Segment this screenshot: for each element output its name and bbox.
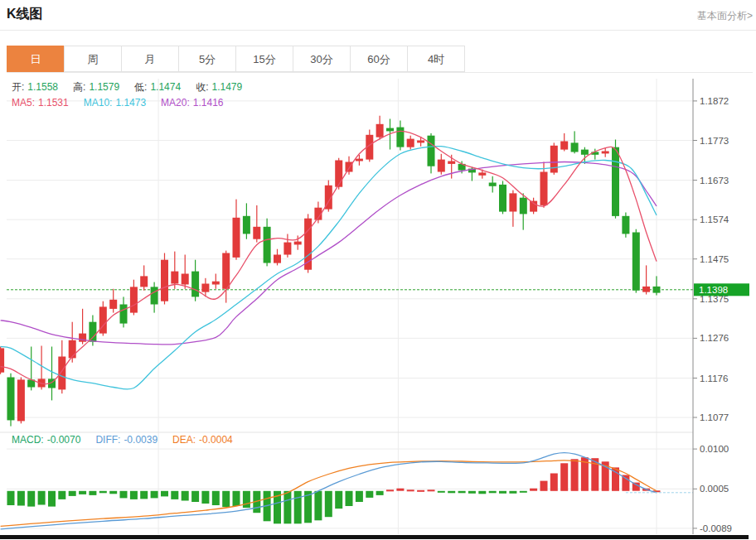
quote-high: 高:1.1579 [73,81,123,93]
macd-histogram [7,457,661,523]
quote-close: 收:1.1479 [196,81,245,93]
timeframe-tabs: 日周月5分15分30分60分4时 [7,46,465,72]
price-tick-2: 1.1673 [700,176,729,186]
ma-ma5-label: MA5: [12,97,35,108]
ma-ma5-value: 1.1531 [38,97,69,108]
price-tick-7: 1.1176 [700,374,728,383]
quote-open: 开:1.1558 [12,81,61,93]
current-price-tag-value: 1.1398 [699,285,728,295]
tab-week[interactable]: 周 [64,46,122,72]
quote-close-value: 1.1479 [211,81,242,93]
kline-page: 1.18721.17731.16731.15741.14751.13751.12… [0,0,756,540]
price-tick-3: 1.1574 [700,215,729,224]
gridlines [0,79,693,534]
price-axis: 1.18721.17731.16731.15741.14751.13751.12… [693,79,732,534]
price-tick-4: 1.1475 [700,254,729,264]
tab-15min[interactable]: 15分 [235,46,293,72]
quote-high-label: 高: [73,81,85,93]
fundamental-analysis-link[interactable]: 基本面分析> [697,9,753,23]
ma-ma10-label: MA10: [84,97,113,108]
quote-open-label: 开: [12,81,24,93]
ohlc-info-bar: 开:1.1558高:1.1579低:1.1474收:1.1479 [12,80,257,94]
ma-info-bar: MA5:1.1531MA10:1.1473MA20:1.1416 [12,97,239,108]
macd-dea-label: DEA: [172,434,196,446]
price-tick-1: 1.1773 [700,136,729,146]
quote-high-value: 1.1579 [89,81,119,93]
macd-macd-value: -0.0070 [47,434,81,446]
quote-open-value: 1.1558 [27,81,58,93]
ma-ma20-value: 1.1416 [193,97,224,108]
current-price-tag: 1.1398 [694,283,749,296]
quote-low: 低:1.1474 [134,81,184,93]
header-divider [0,30,756,31]
tab-month[interactable]: 月 [121,46,179,72]
macd-info-bar: MACD:-0.0070DIFF:-0.0039DEA:-0.0004 [12,434,248,446]
page-title: K线图 [7,6,43,23]
tab-5min[interactable]: 5分 [178,46,236,72]
bottom-scrollbar[interactable] [0,535,749,539]
macd-diff-value: -0.0039 [124,434,158,446]
ma-ma20-label: MA20: [161,97,190,108]
macd-tick-2: -0.0089 [700,523,732,533]
ma-ma20: MA20:1.1416 [161,97,226,108]
macd-macd: MACD:-0.0070 [12,434,84,446]
macd-diff: DIFF:-0.0039 [95,434,161,446]
price-tick-6: 1.1276 [700,333,729,343]
ma-ma5: MA5:1.1531 [12,97,72,108]
macd-dea: DEA:-0.0004 [172,434,236,446]
quote-low-value: 1.1474 [150,81,181,93]
tab-60min[interactable]: 60分 [350,46,408,72]
macd-tick-0: 0.0100 [700,444,729,454]
macd-macd-label: MACD: [12,434,44,446]
quote-low-label: 低: [134,81,147,93]
macd-dea-value: -0.0004 [199,434,233,446]
ma-ma10: MA10:1.1473 [84,97,149,108]
price-tick-8: 1.1077 [700,412,729,422]
tab-day[interactable]: 日 [7,46,65,72]
macd-diff-label: DIFF: [95,434,120,446]
price-tick-0: 1.1872 [700,96,729,106]
macd-tick-1: 0.0005 [700,484,729,494]
tab-30min[interactable]: 30分 [293,46,351,72]
tab-underline [7,72,753,73]
quote-close-label: 收: [196,81,208,93]
ma5-line [1,131,657,383]
tab-4hour[interactable]: 4时 [407,46,465,72]
ma-ma10-value: 1.1473 [115,97,146,108]
